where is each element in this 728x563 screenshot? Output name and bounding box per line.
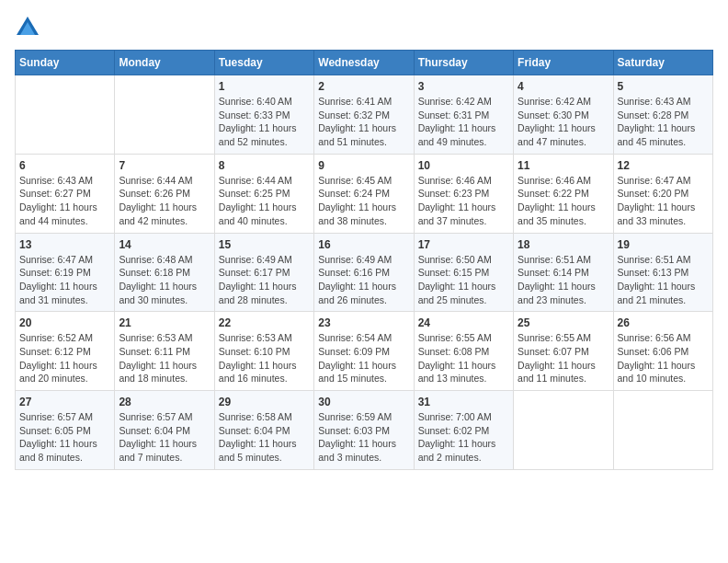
calendar-cell: 17Sunrise: 6:50 AMSunset: 6:15 PMDayligh… xyxy=(414,233,513,312)
calendar-cell: 24Sunrise: 6:55 AMSunset: 6:08 PMDayligh… xyxy=(414,312,513,391)
day-info: Sunrise: 6:43 AMSunset: 6:27 PMDaylight:… xyxy=(19,174,110,228)
calendar-cell: 2Sunrise: 6:41 AMSunset: 6:32 PMDaylight… xyxy=(314,75,414,155)
day-info: Sunrise: 6:51 AMSunset: 6:14 PMDaylight:… xyxy=(518,253,609,307)
day-info: Sunrise: 6:42 AMSunset: 6:31 PMDaylight:… xyxy=(418,95,509,149)
day-info: Sunrise: 6:55 AMSunset: 6:08 PMDaylight:… xyxy=(418,331,509,385)
day-info: Sunrise: 6:47 AMSunset: 6:20 PMDaylight:… xyxy=(618,174,709,228)
day-number: 7 xyxy=(119,159,210,172)
day-number: 20 xyxy=(19,316,110,329)
calendar-cell: 9Sunrise: 6:45 AMSunset: 6:24 PMDaylight… xyxy=(314,154,414,233)
day-info: Sunrise: 6:48 AMSunset: 6:18 PMDaylight:… xyxy=(119,253,210,307)
calendar-cell: 30Sunrise: 6:59 AMSunset: 6:03 PMDayligh… xyxy=(314,391,414,470)
day-info: Sunrise: 6:44 AMSunset: 6:26 PMDaylight:… xyxy=(119,174,210,228)
day-number: 6 xyxy=(19,159,110,172)
calendar-cell: 10Sunrise: 6:46 AMSunset: 6:23 PMDayligh… xyxy=(414,154,513,233)
day-info: Sunrise: 6:53 AMSunset: 6:11 PMDaylight:… xyxy=(119,331,210,385)
day-number: 10 xyxy=(418,159,509,172)
day-number: 1 xyxy=(219,80,310,93)
calendar-cell: 16Sunrise: 6:49 AMSunset: 6:16 PMDayligh… xyxy=(314,233,414,312)
calendar-cell: 25Sunrise: 6:55 AMSunset: 6:07 PMDayligh… xyxy=(514,312,613,391)
day-info: Sunrise: 6:42 AMSunset: 6:30 PMDaylight:… xyxy=(518,95,609,149)
day-number: 28 xyxy=(119,396,210,408)
day-number: 24 xyxy=(418,316,509,329)
day-number: 11 xyxy=(518,159,609,172)
day-info: Sunrise: 6:45 AMSunset: 6:24 PMDaylight:… xyxy=(318,174,409,228)
day-info: Sunrise: 6:55 AMSunset: 6:07 PMDaylight:… xyxy=(518,331,609,385)
day-number: 25 xyxy=(518,316,609,329)
logo-icon xyxy=(15,15,40,40)
weekday-header-friday: Friday xyxy=(514,51,613,75)
calendar-cell: 8Sunrise: 6:44 AMSunset: 6:25 PMDaylight… xyxy=(214,154,313,233)
calendar-cell xyxy=(514,391,613,470)
weekday-header-wednesday: Wednesday xyxy=(314,51,414,75)
day-info: Sunrise: 6:57 AMSunset: 6:05 PMDaylight:… xyxy=(19,410,110,465)
day-number: 5 xyxy=(618,80,709,93)
calendar-cell: 12Sunrise: 6:47 AMSunset: 6:20 PMDayligh… xyxy=(613,154,712,233)
day-number: 15 xyxy=(219,238,310,251)
calendar-cell: 11Sunrise: 6:46 AMSunset: 6:22 PMDayligh… xyxy=(514,154,613,233)
day-number: 22 xyxy=(219,316,310,329)
calendar-cell: 3Sunrise: 6:42 AMSunset: 6:31 PMDaylight… xyxy=(414,75,513,155)
day-info: Sunrise: 6:41 AMSunset: 6:32 PMDaylight:… xyxy=(318,95,409,149)
day-info: Sunrise: 6:59 AMSunset: 6:03 PMDaylight:… xyxy=(318,410,409,465)
day-info: Sunrise: 6:46 AMSunset: 6:22 PMDaylight:… xyxy=(518,174,609,228)
day-number: 14 xyxy=(119,238,210,251)
calendar-cell: 28Sunrise: 6:57 AMSunset: 6:04 PMDayligh… xyxy=(115,391,214,470)
calendar-cell: 14Sunrise: 6:48 AMSunset: 6:18 PMDayligh… xyxy=(115,233,214,312)
day-number: 12 xyxy=(618,159,709,172)
calendar-cell: 15Sunrise: 6:49 AMSunset: 6:17 PMDayligh… xyxy=(214,233,313,312)
day-number: 2 xyxy=(318,80,409,93)
weekday-header-tuesday: Tuesday xyxy=(214,51,313,75)
day-number: 30 xyxy=(318,396,409,408)
calendar-cell: 1Sunrise: 6:40 AMSunset: 6:33 PMDaylight… xyxy=(214,75,313,155)
calendar-cell: 23Sunrise: 6:54 AMSunset: 6:09 PMDayligh… xyxy=(314,312,414,391)
calendar-cell xyxy=(115,75,214,155)
day-info: Sunrise: 6:40 AMSunset: 6:33 PMDaylight:… xyxy=(219,95,310,149)
day-info: Sunrise: 6:46 AMSunset: 6:23 PMDaylight:… xyxy=(418,174,509,228)
calendar-cell: 4Sunrise: 6:42 AMSunset: 6:30 PMDaylight… xyxy=(514,75,613,155)
day-info: Sunrise: 6:49 AMSunset: 6:16 PMDaylight:… xyxy=(318,253,409,307)
day-number: 18 xyxy=(518,238,609,251)
day-number: 19 xyxy=(618,238,709,251)
week-row-2: 6Sunrise: 6:43 AMSunset: 6:27 PMDaylight… xyxy=(16,154,713,233)
calendar-cell: 6Sunrise: 6:43 AMSunset: 6:27 PMDaylight… xyxy=(16,154,115,233)
weekday-header-row: SundayMondayTuesdayWednesdayThursdayFrid… xyxy=(16,51,713,75)
day-number: 4 xyxy=(518,80,609,93)
week-row-4: 20Sunrise: 6:52 AMSunset: 6:12 PMDayligh… xyxy=(16,312,713,391)
calendar-cell: 18Sunrise: 6:51 AMSunset: 6:14 PMDayligh… xyxy=(514,233,613,312)
day-info: Sunrise: 6:43 AMSunset: 6:28 PMDaylight:… xyxy=(618,95,709,149)
calendar-cell: 19Sunrise: 6:51 AMSunset: 6:13 PMDayligh… xyxy=(613,233,712,312)
day-info: Sunrise: 6:52 AMSunset: 6:12 PMDaylight:… xyxy=(19,331,110,385)
day-number: 16 xyxy=(318,238,409,251)
weekday-header-sunday: Sunday xyxy=(16,51,115,75)
day-number: 31 xyxy=(418,396,509,408)
week-row-1: 1Sunrise: 6:40 AMSunset: 6:33 PMDaylight… xyxy=(16,75,713,155)
calendar-cell: 13Sunrise: 6:47 AMSunset: 6:19 PMDayligh… xyxy=(16,233,115,312)
page-header xyxy=(15,15,713,40)
weekday-header-monday: Monday xyxy=(115,51,214,75)
calendar-cell: 29Sunrise: 6:58 AMSunset: 6:04 PMDayligh… xyxy=(214,391,313,470)
weekday-header-saturday: Saturday xyxy=(613,51,712,75)
calendar-cell: 31Sunrise: 7:00 AMSunset: 6:02 PMDayligh… xyxy=(414,391,513,470)
calendar-cell xyxy=(613,391,712,470)
day-number: 27 xyxy=(19,396,110,408)
calendar-cell: 22Sunrise: 6:53 AMSunset: 6:10 PMDayligh… xyxy=(214,312,313,391)
day-info: Sunrise: 6:53 AMSunset: 6:10 PMDaylight:… xyxy=(219,331,310,385)
day-info: Sunrise: 6:58 AMSunset: 6:04 PMDaylight:… xyxy=(219,410,310,465)
day-number: 29 xyxy=(219,396,310,408)
day-info: Sunrise: 6:56 AMSunset: 6:06 PMDaylight:… xyxy=(618,331,709,385)
day-number: 9 xyxy=(318,159,409,172)
day-number: 8 xyxy=(219,159,310,172)
calendar-cell: 5Sunrise: 6:43 AMSunset: 6:28 PMDaylight… xyxy=(613,75,712,155)
day-number: 23 xyxy=(318,316,409,329)
day-number: 3 xyxy=(418,80,509,93)
calendar-cell: 7Sunrise: 6:44 AMSunset: 6:26 PMDaylight… xyxy=(115,154,214,233)
calendar-cell: 26Sunrise: 6:56 AMSunset: 6:06 PMDayligh… xyxy=(613,312,712,391)
day-info: Sunrise: 6:50 AMSunset: 6:15 PMDaylight:… xyxy=(418,253,509,307)
week-row-3: 13Sunrise: 6:47 AMSunset: 6:19 PMDayligh… xyxy=(16,233,713,312)
calendar-cell: 27Sunrise: 6:57 AMSunset: 6:05 PMDayligh… xyxy=(16,391,115,470)
week-row-5: 27Sunrise: 6:57 AMSunset: 6:05 PMDayligh… xyxy=(16,391,713,470)
day-info: Sunrise: 6:47 AMSunset: 6:19 PMDaylight:… xyxy=(19,253,110,307)
logo xyxy=(15,15,44,40)
calendar-table: SundayMondayTuesdayWednesdayThursdayFrid… xyxy=(15,50,713,470)
